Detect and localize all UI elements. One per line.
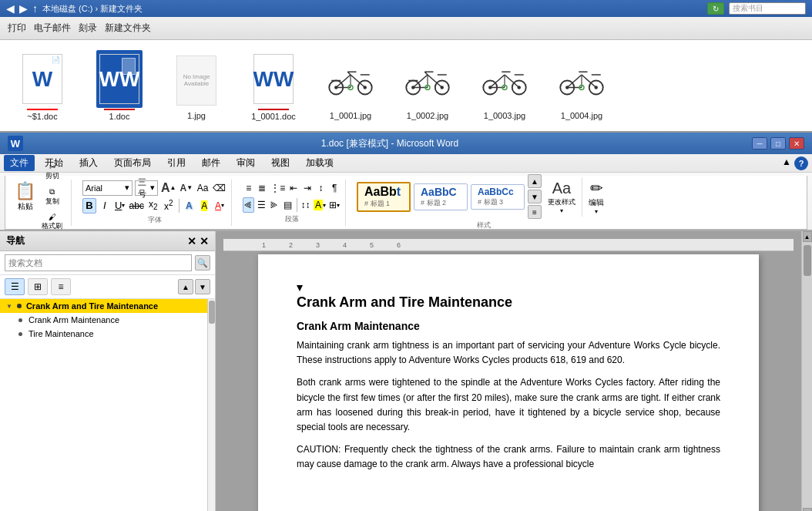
copy-button[interactable]: ⧉ 复制 [38, 185, 66, 209]
cut-button[interactable]: ✂ 剪切 [38, 160, 66, 183]
decrease-font-button[interactable]: A▼ [179, 180, 193, 196]
line-spacing-button[interactable]: ↕↕ [300, 197, 311, 213]
nav-search-input[interactable] [5, 254, 192, 271]
change-styles-button[interactable]: Aa 更改样式 ▾ [545, 178, 579, 216]
new-folder-button[interactable]: 新建文件夹 [105, 22, 151, 35]
style-heading1[interactable]: AaBbt # 标题 1 [357, 182, 411, 212]
underline-button[interactable]: U▾ [113, 198, 127, 213]
text-highlight-button[interactable]: A [197, 198, 211, 213]
document-area[interactable]: 1 2 3 4 5 6 Crank Arm and Tire Maintenan… [216, 231, 801, 511]
sort-button[interactable]: ↕ [315, 180, 327, 196]
document-page[interactable]: Crank Arm and Tire Maintenance Crank Arm… [258, 254, 759, 511]
styles-group: AaBbt # 标题 1 AaBbC # 标题 2 AaBbCc # 标题 3 [352, 180, 615, 226]
font-name-selector[interactable]: Arial ▾ [82, 180, 133, 196]
borders-button[interactable]: ⊞▾ [328, 197, 341, 213]
nav-scrollbar[interactable] [207, 299, 215, 511]
increase-font-icon: A [161, 181, 170, 195]
nav-view-list-button[interactable]: ☰ [5, 278, 25, 295]
scroll-thumb[interactable] [804, 245, 811, 276]
email-button[interactable]: 电子邮件 [34, 22, 71, 35]
nav-search-button[interactable]: 🔍 [195, 255, 210, 271]
shading-button[interactable]: A▾ [313, 197, 327, 213]
refresh-button[interactable]: ↻ [707, 2, 724, 15]
menu-mailings[interactable]: 邮件 [196, 155, 226, 171]
doc-scrollbar[interactable]: ▲ ▼ [801, 231, 812, 511]
menu-page-layout[interactable]: 页面布局 [108, 155, 157, 171]
shading-dropdown-icon: ▾ [323, 202, 326, 209]
menu-references[interactable]: 引用 [161, 155, 192, 171]
styles-scroll-down-button[interactable]: ▼ [528, 190, 542, 203]
nav-pane-close-button[interactable]: ✕ ✕ [187, 235, 209, 247]
file-item[interactable]: W 1_0001.doc [243, 50, 304, 121]
file-item-selected[interactable]: W 1.doc [89, 50, 150, 121]
nav-arrow-up-button[interactable]: ▲ [178, 279, 193, 294]
styles-scroll-up-button[interactable]: ▲ [528, 174, 542, 188]
strikethrough-button[interactable]: abc [129, 198, 145, 213]
nav-item-root[interactable]: ▼ Crank Arm and Tire Maintenance [0, 299, 207, 313]
bullets-button[interactable]: ≡ [243, 180, 255, 196]
align-left-button[interactable]: ⫷ [243, 197, 254, 213]
font-size-selector[interactable]: 三号 ▾ [135, 180, 158, 196]
justify-button[interactable]: ▤ [282, 197, 294, 213]
nav-arrow-down-button[interactable]: ▼ [195, 279, 210, 294]
file-item[interactable]: No Image Available 1.jpg [166, 52, 227, 120]
change-case-button[interactable]: Aa [196, 180, 210, 196]
nav-up-icon[interactable]: ↑ [32, 2, 38, 15]
file-item[interactable]: 📄 ~$1.doc [12, 50, 73, 121]
nav-pane-title: 导航 [6, 234, 25, 247]
text-effects-button[interactable]: A [182, 198, 196, 213]
document-main-title: Crank Arm and Tire Maintenance [297, 294, 720, 311]
style-heading2[interactable]: AaBbC # 标题 2 [414, 183, 468, 210]
nav-triangle-icon: ▼ [6, 303, 12, 310]
multilevel-button[interactable]: ⋮≡ [270, 180, 286, 196]
document-para2[interactable]: Both crank arms were tightened to the sp… [297, 375, 720, 435]
close-button[interactable]: ✕ [789, 137, 804, 150]
menu-view[interactable]: 视图 [265, 155, 296, 171]
editing-group[interactable]: ✏ 编辑 ▾ [582, 177, 610, 217]
restore-button[interactable]: □ [770, 137, 786, 150]
nav-pane-header: 导航 ✕ ✕ [0, 231, 215, 251]
file-item[interactable]: 1_0004.jpg [551, 52, 612, 120]
superscript-button[interactable]: x2 [162, 198, 176, 213]
search-box[interactable]: 搜索书目 [729, 2, 806, 15]
italic-button[interactable]: I [98, 198, 112, 213]
minimize-button[interactable]: ─ [752, 137, 767, 150]
print-button[interactable]: 打印 [8, 22, 26, 35]
decrease-indent-button[interactable]: ⇤ [287, 180, 300, 196]
scroll-down-button[interactable]: ▼ [803, 508, 812, 511]
align-center-button[interactable]: ☰ [256, 197, 267, 213]
styles-more-button[interactable]: ≡ [528, 205, 542, 219]
show-formatting-button[interactable]: ¶ [328, 180, 341, 196]
help-button[interactable]: ? [794, 156, 808, 170]
nav-back-icon[interactable]: ◀ [6, 2, 15, 15]
document-para3[interactable]: CAUTION: Frequently check the tightness … [297, 442, 720, 472]
nav-view-detail-button[interactable]: ≡ [51, 278, 71, 295]
menu-addins[interactable]: 加载项 [300, 155, 340, 171]
subscript-button[interactable]: x2 [146, 198, 160, 213]
nav-view-grid-button[interactable]: ⊞ [28, 278, 48, 295]
menu-review[interactable]: 审阅 [230, 155, 261, 171]
file-item[interactable]: 1_0002.jpg [397, 52, 458, 120]
nav-forward-icon[interactable]: ▶ [19, 2, 28, 15]
bold-button[interactable]: B [82, 198, 96, 213]
file-item[interactable]: 1_0003.jpg [474, 52, 535, 120]
file-item[interactable]: 1_0001.jpg [320, 52, 381, 120]
numbering-button[interactable]: ≣ [257, 180, 269, 196]
burn-button[interactable]: 刻录 [79, 22, 97, 35]
scroll-up-button[interactable]: ▲ [803, 231, 812, 242]
font-color-button[interactable]: A▾ [213, 198, 226, 213]
word-window: W 1.doc [兼容模式] - Microsoft Word ─ □ ✕ 文件… [0, 133, 812, 511]
expand-ribbon-button[interactable]: ▲ [782, 156, 791, 170]
increase-font-button[interactable]: A▲ [160, 180, 176, 196]
format-painter-button[interactable]: 🖌 格式刷 [38, 210, 66, 234]
align-right-button[interactable]: ⫸ [269, 197, 280, 213]
word-doc-icon: 📄 [22, 54, 62, 104]
increase-indent-button[interactable]: ⇥ [301, 180, 314, 196]
menu-insert[interactable]: 插入 [73, 155, 104, 171]
nav-item-crank-arm[interactable]: Crank Arm Maintenance [0, 313, 207, 327]
style-heading3[interactable]: AaBbCc # 标题 3 [471, 184, 525, 210]
clear-format-button[interactable]: ⌫ [212, 180, 226, 196]
nav-item-tire[interactable]: Tire Maintenance [0, 327, 207, 341]
document-para1[interactable]: Maintaining crank arm tightness is an im… [297, 338, 720, 368]
paste-button[interactable]: 📋 粘贴 [15, 181, 35, 212]
